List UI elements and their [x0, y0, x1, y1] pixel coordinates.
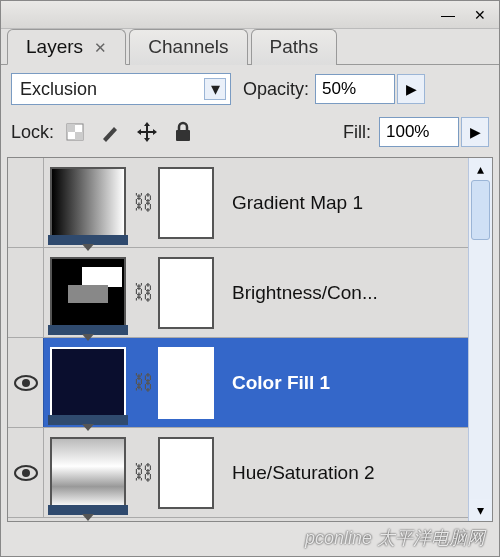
watermark-text: pconline 太平洋电脑网	[305, 526, 485, 550]
layer-name[interactable]: Hue/Saturation 2	[232, 462, 375, 484]
close-panel-button[interactable]: ✕	[469, 7, 491, 23]
dropdown-arrow-icon[interactable]: ▾	[204, 78, 226, 100]
tab-layers-label: Layers	[26, 36, 83, 57]
minimize-button[interactable]: —	[437, 7, 459, 23]
blend-row: Exclusion ▾ Opacity: 50% ▶	[11, 73, 489, 105]
lock-all-icon[interactable]	[170, 119, 196, 145]
layer-row[interactable]: ⛓Hue/Saturation 2	[8, 428, 468, 518]
fill-label: Fill:	[343, 122, 371, 143]
layer-thumbnail[interactable]	[50, 167, 126, 239]
link-icon: ⛓	[132, 453, 154, 493]
layer-row[interactable]: ⛓Brightness/Con...	[8, 248, 468, 338]
layer-row[interactable]: ⛓Gradient Map 1	[8, 158, 468, 248]
tab-channels[interactable]: Channels	[129, 29, 247, 65]
svg-point-5	[22, 379, 30, 387]
layer-thumbnail[interactable]	[50, 437, 126, 509]
svg-rect-1	[67, 124, 75, 132]
blend-mode-value: Exclusion	[20, 79, 97, 100]
link-icon: ⛓	[132, 183, 154, 223]
lock-label: Lock:	[11, 122, 54, 143]
opacity-label: Opacity:	[243, 79, 309, 100]
opacity-flyout-button[interactable]: ▶	[397, 74, 425, 104]
lock-transparency-icon[interactable]	[62, 119, 88, 145]
svg-rect-2	[75, 132, 83, 140]
scroll-thumb[interactable]	[471, 180, 490, 240]
lock-move-icon[interactable]	[134, 119, 160, 145]
tab-close-icon[interactable]: ✕	[94, 39, 107, 56]
layer-thumbnail[interactable]	[50, 257, 126, 329]
layer-mask-thumbnail[interactable]	[158, 437, 214, 509]
layer-mask-thumbnail[interactable]	[158, 257, 214, 329]
lock-row: Lock: Fill: 100% ▶	[11, 115, 489, 157]
vertical-scrollbar[interactable]: ▴ ▾	[468, 158, 492, 521]
layer-name[interactable]: Color Fill 1	[232, 372, 330, 394]
blend-mode-select[interactable]: Exclusion ▾	[11, 73, 231, 105]
link-icon: ⛓	[132, 273, 154, 313]
scroll-down-button[interactable]: ▾	[469, 499, 492, 521]
scroll-up-button[interactable]: ▴	[469, 158, 492, 180]
fill-flyout-button[interactable]: ▶	[461, 117, 489, 147]
layers-rows: ⛓Gradient Map 1⛓Brightness/Con...⛓Color …	[8, 158, 468, 521]
svg-rect-3	[176, 130, 190, 141]
tab-bar: Layers ✕ Channels Paths	[1, 28, 499, 64]
layer-mask-thumbnail[interactable]	[158, 167, 214, 239]
link-icon: ⛓	[132, 363, 154, 403]
fill-input[interactable]: 100%	[379, 117, 459, 147]
lock-paint-icon[interactable]	[98, 119, 124, 145]
visibility-toggle[interactable]	[8, 248, 44, 337]
layers-list: ⛓Gradient Map 1⛓Brightness/Con...⛓Color …	[7, 157, 493, 522]
opacity-input[interactable]: 50%	[315, 74, 395, 104]
tab-paths[interactable]: Paths	[251, 29, 338, 65]
panel-body: Exclusion ▾ Opacity: 50% ▶ Lock: Fill:	[1, 64, 499, 530]
layer-row[interactable]: ⛓Color Fill 1	[8, 338, 468, 428]
layer-mask-thumbnail[interactable]	[158, 347, 214, 419]
visibility-toggle[interactable]	[8, 428, 44, 517]
panel-titlebar: — ✕	[1, 1, 499, 29]
layer-name[interactable]: Gradient Map 1	[232, 192, 363, 214]
tab-layers[interactable]: Layers ✕	[7, 29, 126, 65]
layer-thumbnail[interactable]	[50, 347, 126, 419]
layer-name[interactable]: Brightness/Con...	[232, 282, 378, 304]
visibility-toggle[interactable]	[8, 338, 44, 427]
layers-panel: — ✕ Layers ✕ Channels Paths Exclusion ▾ …	[0, 0, 500, 557]
visibility-toggle[interactable]	[8, 158, 44, 247]
svg-point-7	[22, 469, 30, 477]
